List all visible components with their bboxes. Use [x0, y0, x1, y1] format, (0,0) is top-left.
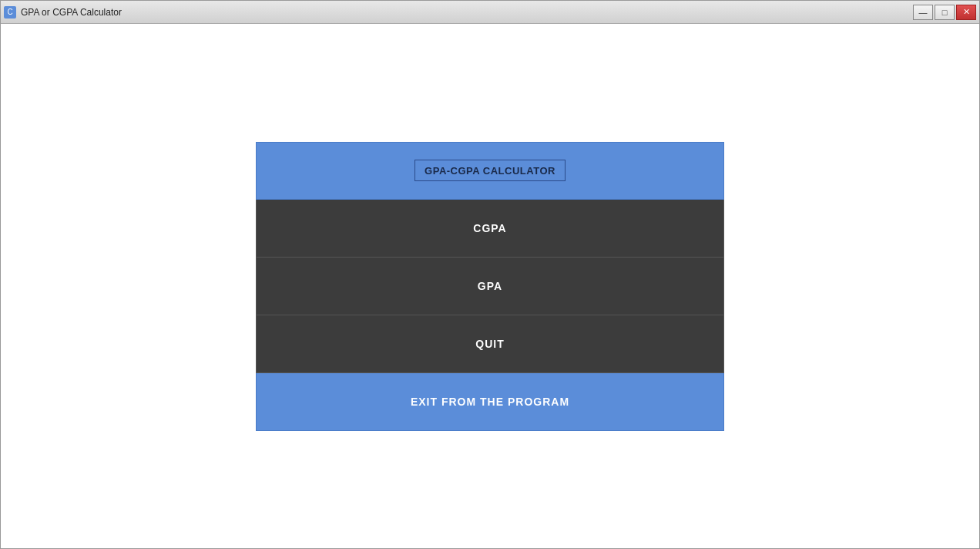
minimize-button[interactable]: —	[913, 5, 933, 20]
exit-button[interactable]: EXIT FROM THE PROGRAM	[256, 373, 724, 431]
title-bar-buttons: — □ ✕	[913, 5, 976, 20]
main-window: C GPA or CGPA Calculator — □ ✕ GPA-CGPA …	[0, 0, 980, 549]
maximize-button[interactable]: □	[935, 5, 955, 20]
main-container: GPA-CGPA CALCULATOR CGPA GPA QUIT EXIT F…	[256, 142, 724, 431]
content-area: GPA-CGPA CALCULATOR CGPA GPA QUIT EXIT F…	[1, 24, 979, 548]
close-button[interactable]: ✕	[956, 5, 976, 20]
cgpa-button[interactable]: CGPA	[256, 200, 724, 258]
window-title: GPA or CGPA Calculator	[21, 7, 122, 18]
quit-button[interactable]: QUIT	[256, 315, 724, 373]
app-icon: C	[4, 6, 16, 19]
gpa-button[interactable]: GPA	[256, 258, 724, 315]
app-title: GPA-CGPA CALCULATOR	[425, 165, 555, 177]
title-bar-left: C GPA or CGPA Calculator	[4, 6, 122, 19]
title-bar: C GPA or CGPA Calculator — □ ✕	[1, 1, 979, 24]
header-inner: GPA-CGPA CALCULATOR	[414, 160, 566, 181]
header-panel: GPA-CGPA CALCULATOR	[256, 142, 724, 200]
